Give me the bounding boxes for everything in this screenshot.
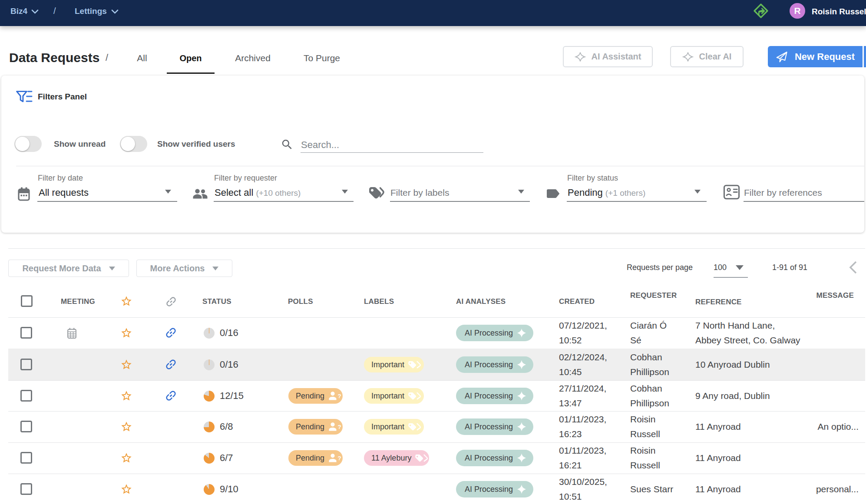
svg-text:?: ? xyxy=(338,393,341,399)
svg-text:?: ? xyxy=(338,455,341,461)
svg-text:?: ? xyxy=(338,424,341,430)
